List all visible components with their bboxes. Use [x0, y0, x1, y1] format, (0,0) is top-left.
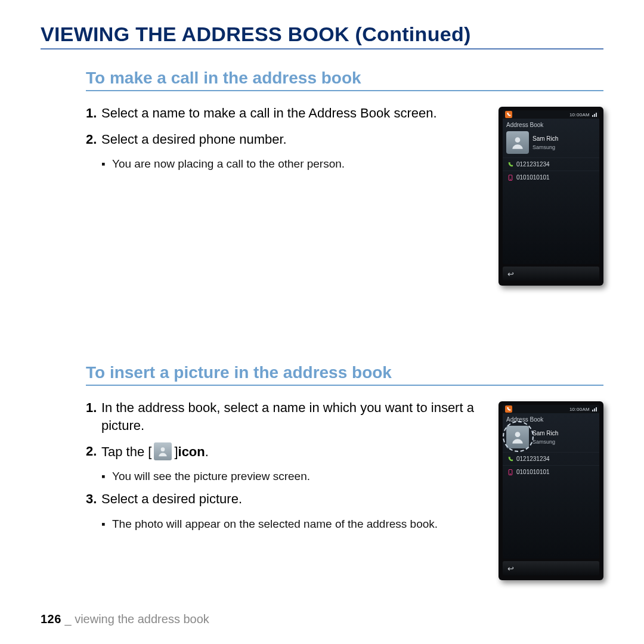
back-icon: ↩: [507, 564, 514, 573]
avatar-icon: [506, 131, 529, 154]
status-bar: 10:00AM: [503, 405, 599, 413]
page-title: VIEWING THE ADDRESS BOOK (Continued): [41, 23, 603, 49]
phone-number-row: 0101010101: [503, 171, 599, 184]
step-text: Select a name to make a call in the Addr…: [101, 104, 488, 122]
bullet-icon: ▪: [101, 156, 112, 172]
step-number: 3.: [86, 490, 101, 508]
phone-number-row: 0121231234: [503, 157, 599, 171]
step-text: Select a desired picture.: [101, 490, 488, 508]
contact-subtitle: Samsung: [532, 144, 558, 150]
back-icon: ↩: [507, 270, 514, 278]
phone-mock-2: 10:00AM Address Book Sam Rich Samsung: [499, 401, 603, 580]
phone-number-2: 0101010101: [516, 469, 550, 475]
sub-step-text: You are now placing a call to the other …: [112, 156, 345, 172]
svg-point-0: [515, 137, 521, 143]
mobile-icon: [507, 469, 513, 475]
status-bar: 10:00AM: [503, 110, 599, 119]
svg-rect-2: [510, 179, 511, 179]
step-text: Tap the [ ] icon .: [101, 442, 488, 460]
call-status-icon: [505, 405, 512, 413]
phone-number-1: 0121231234: [516, 161, 550, 168]
section-heading-make-call: To make a call in the address book: [86, 69, 603, 91]
sub-step-text: The photo will appear on the selected na…: [112, 516, 438, 532]
phone-number-row: 0121231234: [503, 452, 599, 465]
step-number: 2.: [86, 131, 101, 148]
contact-card: Sam Rich Samsung: [503, 425, 599, 452]
bullet-icon: ▪: [101, 516, 112, 532]
contact-subtitle: Samsung: [532, 439, 558, 445]
avatar-icon: [506, 426, 529, 448]
contact-name: Sam Rich: [532, 135, 558, 142]
phone-mock-1: 10:00AM Address Book Sam Rich Samsung: [499, 107, 603, 286]
contact-card: Sam Rich Samsung: [503, 130, 599, 157]
avatar-placeholder-icon: [154, 442, 172, 460]
svg-point-4: [515, 432, 521, 437]
sub-step-text: You will see the picture preview screen.: [112, 469, 310, 484]
svg-point-3: [161, 448, 165, 452]
page-footer: 126 _ viewing the address book: [41, 612, 209, 626]
signal-icon: [592, 407, 597, 411]
signal-icon: [592, 113, 597, 117]
softkey-bar: ↩: [503, 267, 599, 281]
status-time: 10:00AM: [569, 112, 590, 117]
app-title: Address Book: [503, 413, 599, 425]
phone-number-row: 0101010101: [503, 465, 599, 478]
contact-name: Sam Rich: [532, 430, 558, 436]
section2-steps: 1. In the address book, select a name in…: [86, 399, 488, 537]
step-text: In the address book, select a name in wh…: [101, 399, 488, 434]
footer-text: viewing the address book: [75, 612, 209, 626]
phone-handset-icon: [507, 456, 513, 462]
phone-number-1: 0121231234: [516, 456, 550, 462]
step-number: 1.: [86, 399, 101, 434]
mobile-icon: [507, 175, 513, 181]
section1-steps: 1. Select a name to make a call in the A…: [86, 104, 488, 178]
section-heading-insert-picture: To insert a picture in the address book: [86, 363, 603, 386]
svg-rect-6: [510, 473, 511, 474]
page-number: 126: [41, 612, 61, 626]
step-number: 2.: [86, 442, 101, 460]
softkey-bar: ↩: [503, 561, 599, 575]
app-title: Address Book: [503, 119, 599, 130]
call-status-icon: [505, 111, 512, 118]
phone-number-2: 0101010101: [516, 174, 550, 181]
step-number: 1.: [86, 104, 101, 122]
bullet-icon: ▪: [101, 469, 112, 484]
phone-handset-icon: [507, 162, 513, 168]
status-time: 10:00AM: [569, 407, 590, 412]
step-text: Select a desired phone number.: [101, 131, 488, 148]
